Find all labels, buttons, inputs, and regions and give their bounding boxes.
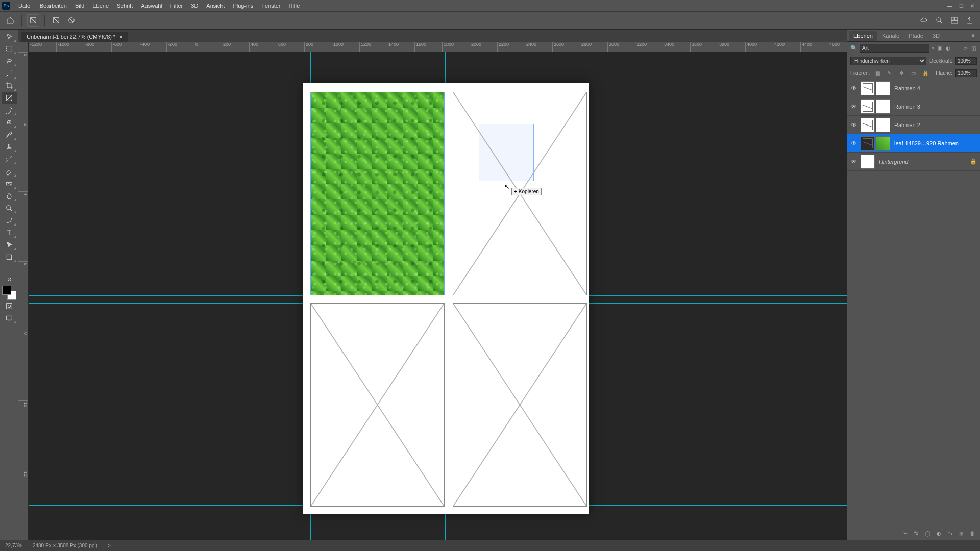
home-icon[interactable] bbox=[4, 14, 16, 27]
layer-thumb[interactable] bbox=[861, 118, 875, 132]
layer-thumb[interactable] bbox=[876, 81, 890, 95]
layer-name[interactable]: Rahmen 2 bbox=[892, 122, 978, 128]
layer-row[interactable]: 👁Rahmen 4 bbox=[847, 79, 980, 97]
share-icon[interactable] bbox=[964, 14, 976, 27]
dropdown-icon[interactable]: ▾ bbox=[932, 45, 935, 52]
menu-3d[interactable]: 3D bbox=[187, 3, 202, 9]
lock-pixels-icon[interactable]: ▦ bbox=[873, 69, 881, 77]
tab-ebenen[interactable]: Ebenen bbox=[849, 31, 877, 41]
layer-mask-icon[interactable]: ◯ bbox=[923, 530, 932, 538]
layer-thumb[interactable] bbox=[861, 99, 875, 114]
frame-ellipse-icon[interactable] bbox=[65, 14, 78, 27]
crop-tool[interactable] bbox=[2, 80, 17, 92]
opacity-input[interactable] bbox=[955, 57, 977, 65]
menu-filter[interactable]: Filter bbox=[166, 3, 187, 9]
filter-type-icon[interactable]: T bbox=[953, 44, 960, 53]
menu-datei[interactable]: Datei bbox=[14, 3, 36, 9]
gradient-tool[interactable] bbox=[2, 178, 17, 190]
layer-thumb[interactable] bbox=[861, 81, 875, 95]
menu-fenster[interactable]: Fenster bbox=[257, 3, 284, 9]
path-select-tool[interactable] bbox=[2, 239, 17, 251]
menu-schrift[interactable]: Schrift bbox=[113, 3, 137, 9]
layer-name[interactable]: Hintergrund bbox=[877, 159, 968, 165]
layer-thumb[interactable] bbox=[876, 118, 890, 132]
frame-tool-icon[interactable] bbox=[27, 14, 39, 27]
ruler-horizontal[interactable]: -1200-1000-800-600-400-20002004006008001… bbox=[29, 42, 847, 52]
lock-move-icon[interactable]: ✥ bbox=[897, 69, 905, 77]
dodge-tool[interactable] bbox=[2, 202, 17, 214]
history-brush-tool[interactable] bbox=[2, 153, 17, 165]
more-tools[interactable]: ⋯ bbox=[2, 263, 17, 276]
frame-1[interactable] bbox=[310, 92, 445, 295]
quickmask-tool[interactable] bbox=[2, 300, 17, 312]
visibility-toggle[interactable]: 👁 bbox=[849, 158, 859, 165]
ruler-vertical[interactable]: 024681012 bbox=[18, 52, 29, 540]
menu-ebene[interactable]: Ebene bbox=[88, 3, 113, 9]
menu-auswahl[interactable]: Auswahl bbox=[137, 3, 166, 9]
marquee-tool[interactable] bbox=[2, 43, 17, 55]
swap-colors-icon[interactable]: ⤭ bbox=[2, 276, 17, 283]
cloud-icon[interactable] bbox=[918, 14, 930, 27]
info-arrow-icon[interactable]: > bbox=[108, 543, 111, 548]
panel-menu-icon[interactable]: ≡ bbox=[969, 32, 978, 40]
canvas[interactable]: ↖ + Kopieren bbox=[29, 52, 847, 540]
delete-layer-icon[interactable]: 🗑 bbox=[968, 530, 977, 538]
close-button[interactable]: ✕ bbox=[967, 1, 978, 10]
lock-artboard-icon[interactable]: ▭ bbox=[909, 69, 917, 77]
menu-ansicht[interactable]: Ansicht bbox=[202, 3, 229, 9]
link-layers-icon[interactable]: ⚯ bbox=[900, 530, 910, 538]
lock-position-icon[interactable]: ✎ bbox=[885, 69, 894, 77]
fill-input[interactable] bbox=[955, 69, 977, 77]
tab-3d[interactable]: 3D bbox=[928, 31, 944, 41]
tab-pfade[interactable]: Pfade bbox=[904, 31, 927, 41]
layer-style-icon[interactable]: fx bbox=[912, 530, 921, 538]
visibility-toggle[interactable]: 👁 bbox=[849, 103, 859, 110]
blend-mode-select[interactable]: Hindurchwirken bbox=[850, 57, 926, 65]
menu-bild[interactable]: Bild bbox=[71, 3, 88, 9]
visibility-toggle[interactable]: 👁 bbox=[849, 140, 859, 147]
screenmode-tool[interactable] bbox=[2, 312, 17, 324]
search-icon[interactable] bbox=[933, 14, 945, 27]
lasso-tool[interactable] bbox=[2, 55, 17, 67]
frame-tool[interactable] bbox=[2, 92, 17, 104]
layer-name[interactable]: Rahmen 3 bbox=[892, 104, 978, 110]
move-tool[interactable] bbox=[2, 31, 17, 43]
layer-thumb[interactable] bbox=[861, 155, 875, 169]
zoom-level[interactable]: 22,73% bbox=[5, 543, 22, 548]
brush-tool[interactable] bbox=[2, 129, 17, 141]
filter-shape-icon[interactable]: ▱ bbox=[962, 44, 969, 53]
close-tab-icon[interactable]: × bbox=[119, 34, 122, 40]
magic-wand-tool[interactable] bbox=[2, 67, 17, 80]
layer-row[interactable]: 👁leaf-14829…920 Rahmen bbox=[847, 134, 980, 153]
maximize-button[interactable]: ☐ bbox=[955, 1, 967, 10]
new-layer-icon[interactable]: ⊞ bbox=[957, 530, 966, 538]
filter-image-icon[interactable]: ▣ bbox=[937, 44, 943, 53]
visibility-toggle[interactable]: 👁 bbox=[849, 121, 859, 129]
document-tab[interactable]: Unbenannt-1 bei 22,7% (CMYK/8) * × bbox=[21, 32, 128, 42]
eraser-tool[interactable] bbox=[2, 165, 17, 178]
layer-row[interactable]: 👁Rahmen 2 bbox=[847, 116, 980, 134]
type-tool[interactable] bbox=[2, 227, 17, 239]
layer-thumb[interactable] bbox=[876, 99, 890, 114]
layer-row[interactable]: 👁Hintergrund🔒 bbox=[847, 153, 980, 171]
filter-smart-icon[interactable]: ◫ bbox=[970, 44, 977, 53]
document[interactable] bbox=[303, 83, 589, 514]
menu-hilfe[interactable]: Hilfe bbox=[284, 3, 304, 9]
eyedropper-tool[interactable] bbox=[2, 104, 17, 116]
layer-thumb[interactable] bbox=[876, 136, 890, 151]
layer-name[interactable]: Rahmen 4 bbox=[892, 85, 978, 91]
workspace-icon[interactable] bbox=[948, 14, 961, 27]
visibility-toggle[interactable]: 👁 bbox=[849, 85, 859, 92]
shape-tool[interactable] bbox=[2, 251, 17, 263]
pen-tool[interactable] bbox=[2, 214, 17, 227]
doc-info[interactable]: 2480 Px × 3508 Px (300 ppi) bbox=[33, 543, 97, 548]
layer-row[interactable]: 👁Rahmen 3 bbox=[847, 97, 980, 116]
color-swatch[interactable] bbox=[2, 286, 16, 300]
lock-icon[interactable]: 🔒 bbox=[970, 158, 978, 165]
frame-rect-icon[interactable] bbox=[50, 14, 62, 27]
lock-all-icon[interactable]: 🔒 bbox=[921, 69, 929, 77]
menu-bearbeiten[interactable]: Bearbeiten bbox=[36, 3, 71, 9]
frame-4[interactable] bbox=[453, 303, 587, 507]
minimize-button[interactable]: — bbox=[944, 1, 955, 10]
tab-kanaele[interactable]: Kanäle bbox=[878, 31, 903, 41]
